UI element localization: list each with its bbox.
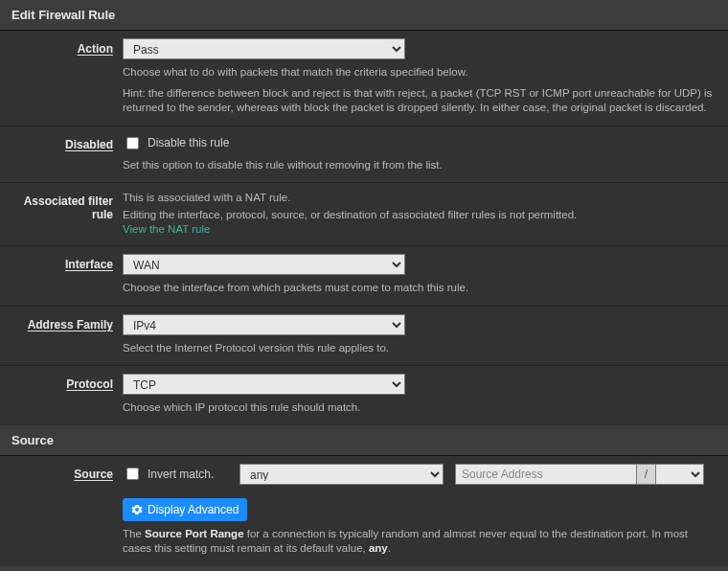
action-help-2: Hint: the difference between block and r… — [123, 86, 718, 116]
action-help-1: Choose what to do with packets that matc… — [123, 65, 718, 80]
protocol-select[interactable]: TCP — [123, 374, 405, 395]
interface-label: Interface — [65, 258, 113, 271]
slash-separator: / — [637, 464, 656, 485]
source-panel-header: Source — [0, 425, 728, 456]
destination-panel-header: Destination — [0, 566, 728, 571]
address-family-help: Select the Internet Protocol version thi… — [123, 341, 718, 356]
source-invert-label: Invert match. — [148, 468, 214, 481]
interface-help: Choose the interface from which packets … — [123, 281, 718, 296]
view-nat-rule-link[interactable]: View the NAT rule — [123, 223, 210, 235]
source-type-select[interactable]: any — [239, 464, 444, 485]
source-label: Source — [74, 468, 113, 481]
associated-rule-label: Associated filter rule — [24, 194, 113, 221]
display-advanced-button[interactable]: Display Advanced — [123, 498, 247, 521]
action-select[interactable]: Pass — [123, 38, 405, 59]
assoc-line2: Editing the interface, protocol, source,… — [123, 208, 718, 223]
disable-rule-checkbox-label: Disable this rule — [148, 136, 229, 149]
gear-icon — [131, 504, 143, 515]
source-invert-checkbox[interactable] — [126, 468, 139, 480]
protocol-help: Choose which IP protocol this rule shoul… — [123, 400, 718, 416]
disabled-label: Disabled — [65, 138, 113, 151]
source-cidr-select[interactable] — [656, 464, 704, 485]
address-family-select[interactable]: IPv4 — [123, 314, 405, 335]
display-advanced-label: Display Advanced — [148, 503, 239, 516]
disabled-help: Set this option to disable this rule wit… — [123, 158, 718, 173]
assoc-line1: This is associated with a NAT rule. — [123, 191, 718, 206]
source-help: The Source Port Range for a connection i… — [123, 527, 718, 557]
edit-firewall-rule-header: Edit Firewall Rule — [0, 0, 728, 31]
interface-select[interactable]: WAN — [123, 254, 405, 275]
action-label: Action — [78, 42, 113, 56]
source-address-input[interactable] — [455, 464, 637, 485]
protocol-label: Protocol — [66, 377, 113, 391]
address-family-label: Address Family — [28, 318, 113, 331]
disable-rule-checkbox[interactable] — [126, 137, 139, 149]
